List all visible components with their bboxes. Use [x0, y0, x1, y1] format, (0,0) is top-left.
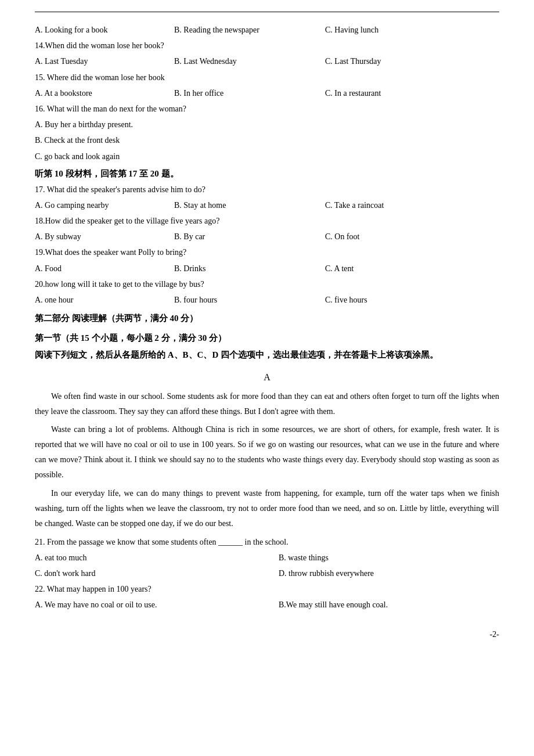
options-17: A. Go camping nearby B. Stay at home C. …: [35, 198, 499, 213]
option-20c: C. five hours: [325, 293, 499, 307]
option-19b: B. Drinks: [174, 261, 325, 276]
option-15a: A. At a bookstore: [35, 86, 174, 100]
option-18c: C. On foot: [325, 229, 499, 244]
option-15b: B. In her office: [174, 86, 325, 100]
passage-para-1: We often find waste in our school. Some …: [35, 389, 499, 419]
part2-section1-header: 第一节（共 15 个小题，每小题 2 分，满分 30 分）: [35, 329, 499, 347]
question-17: 17. What did the speaker's parents advis…: [35, 182, 499, 197]
option-19c: C. A tent: [325, 261, 499, 276]
options-15: A. At a bookstore B. In her office C. In…: [35, 86, 499, 100]
options-21-row1: A. eat too much B. waste things: [35, 550, 499, 565]
part2-instruction: 阅读下列短文，然后从各题所给的 A、B、C、D 四个选项中，选出最佳选项，并在答…: [35, 347, 499, 363]
options-19: A. Food B. Drinks C. A tent: [35, 261, 499, 276]
option-22b: B.We may still have enough coal.: [279, 597, 499, 612]
option-21c: C. don't work hard: [35, 566, 279, 581]
question-16: 16. What will the man do next for the wo…: [35, 102, 499, 116]
options-21-row2: C. don't work hard D. throw rubbish ever…: [35, 566, 499, 581]
passage-para-2: Waste can bring a lot of problems. Altho…: [35, 422, 499, 483]
options-18: A. By subway B. By car C. On foot: [35, 229, 499, 244]
option-14b: B. Last Wednesday: [174, 54, 325, 69]
option-17c: C. Take a raincoat: [325, 198, 499, 213]
option-21b: B. waste things: [279, 550, 499, 565]
option-13b: B. Reading the newspaper: [174, 23, 325, 37]
page-number: -2-: [35, 630, 499, 639]
options-13: A. Looking for a book B. Reading the new…: [35, 23, 499, 37]
option-16a: A. Buy her a birthday present.: [35, 117, 499, 132]
part2-header: 第二部分 阅读理解（共两节，满分 40 分）: [35, 309, 499, 327]
passage-para-3: In our everyday life, we can do many thi…: [35, 486, 499, 531]
question-20: 20.how long will it take to get to the v…: [35, 277, 499, 291]
passage-a-title: A: [35, 366, 499, 389]
option-17a: A. Go camping nearby: [35, 198, 174, 213]
option-17b: B. Stay at home: [174, 198, 325, 213]
option-13a: A. Looking for a book: [35, 23, 174, 37]
option-15c: C. In a restaurant: [325, 86, 499, 100]
question-14: 14.When did the woman lose her book?: [35, 38, 499, 53]
option-21d: D. throw rubbish everywhere: [279, 566, 499, 581]
option-19a: A. Food: [35, 261, 174, 276]
question-22: 22. What may happen in 100 years?: [35, 582, 499, 596]
option-18b: B. By car: [174, 229, 325, 244]
option-16b: B. Check at the front desk: [35, 133, 499, 147]
question-18: 18.How did the speaker get to the villag…: [35, 214, 499, 228]
option-14a: A. Last Tuesday: [35, 54, 174, 69]
question-15: 15. Where did the woman lose her book: [35, 70, 499, 85]
option-16c: C. go back and look again: [35, 149, 499, 164]
option-21a: A. eat too much: [35, 550, 279, 565]
option-20a: A. one hour: [35, 293, 174, 307]
option-18a: A. By subway: [35, 229, 174, 244]
option-22a: A. We may have no coal or oil to use.: [35, 597, 279, 612]
option-14c: C. Last Thursday: [325, 54, 499, 69]
option-13c: C. Having lunch: [325, 23, 499, 37]
section10-header: 听第 10 段材料，回答第 17 至 20 题。: [35, 165, 499, 182]
options-22-row1: A. We may have no coal or oil to use. B.…: [35, 597, 499, 612]
question-21: 21. From the passage we know that some s…: [35, 535, 499, 549]
top-divider: [35, 12, 499, 12]
options-14: A. Last Tuesday B. Last Wednesday C. Las…: [35, 54, 499, 69]
option-20b: B. four hours: [174, 293, 325, 307]
options-20: A. one hour B. four hours C. five hours: [35, 293, 499, 307]
question-19: 19.What does the speaker want Polly to b…: [35, 245, 499, 260]
